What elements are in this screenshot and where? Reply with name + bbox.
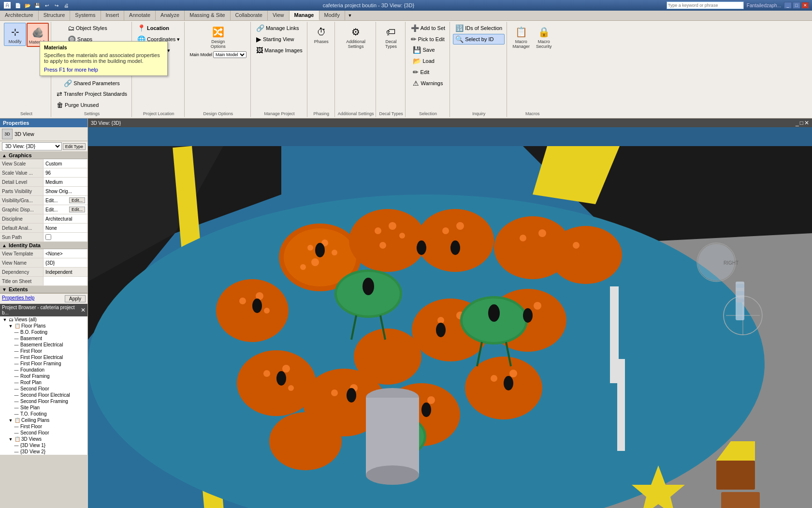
parts-visibility-value[interactable]: Show Orig... — [44, 187, 87, 195]
tab-systems[interactable]: Systems — [70, 11, 101, 20]
starting-view-btn[interactable]: ▶Starting View — [254, 34, 305, 45]
view-minimize-btn[interactable]: _ — [796, 120, 799, 126]
tree-to-footing[interactable]: —T.O. Footing — [0, 411, 87, 417]
tree-roof-framing[interactable]: —Roof Framing — [0, 373, 87, 379]
tree-basement-elec[interactable]: —Basement Electrical — [0, 342, 87, 348]
minimize-btn[interactable]: _ — [784, 2, 792, 9]
manage-links-btn[interactable]: 🔗Manage Links — [254, 23, 305, 33]
edit-sel-btn[interactable]: ✏Edit — [410, 67, 445, 77]
sun-path-value[interactable] — [44, 233, 87, 241]
discipline-value[interactable]: Architectural — [44, 214, 87, 223]
tree-ceiling-first[interactable]: —First Floor — [0, 423, 87, 430]
sun-path-checkbox[interactable] — [45, 234, 51, 240]
scale-value-value[interactable]: 96 — [44, 168, 87, 177]
additional-settings-btn[interactable]: ⚙ Additional Settings — [345, 23, 367, 51]
identity-section-header[interactable]: ▲ Identity Data — [0, 242, 87, 249]
title-on-sheet-value[interactable] — [44, 277, 87, 285]
tab-architecture[interactable]: Architecture — [0, 11, 39, 20]
svg-rect-85 — [716, 461, 755, 490]
macro-manager-btn[interactable]: 📋 Macro Manager — [510, 23, 532, 51]
view-canvas[interactable]: RIGHT — [88, 127, 812, 508]
transfer-btn[interactable]: ⇄Transfer Project Standards — [54, 89, 130, 99]
print-btn[interactable]: 🖨 — [62, 1, 71, 10]
tree-site-plan[interactable]: —Site Plan — [0, 404, 87, 411]
maximize-btn[interactable]: □ — [793, 2, 800, 9]
tree-views-all[interactable]: ▼ 🗂 Views (all) — [0, 316, 87, 323]
tree-foundation[interactable]: —Foundation — [0, 367, 87, 373]
tree-first-floor[interactable]: —First Floor — [0, 348, 87, 354]
exp14: — — [14, 412, 19, 417]
view-maximize-btn[interactable]: □ — [800, 120, 803, 126]
model-select[interactable]: Main Model — [213, 51, 246, 58]
project-browser-close[interactable]: ✕ — [81, 307, 86, 314]
edit-type-button[interactable]: Edit Type — [63, 143, 86, 150]
ids-of-selection-btn[interactable]: 🔢IDs of Selection — [453, 23, 505, 33]
visibility-label: Visibility/Gra... — [0, 196, 44, 205]
view-dropdown[interactable]: 3D View: {3D} — [2, 142, 62, 150]
detail-level-value[interactable]: Medium — [44, 178, 87, 186]
phases-btn[interactable]: ⏱ Phases — [310, 23, 333, 46]
search-input[interactable] — [667, 1, 744, 9]
tab-massing[interactable]: Massing & Site — [185, 11, 230, 20]
view-close-btn[interactable]: ✕ — [804, 120, 809, 126]
pick-to-edit-btn[interactable]: ✏Pick to Edit — [408, 34, 448, 45]
tab-modify[interactable]: Modify — [319, 11, 345, 20]
tab-view[interactable]: View — [268, 11, 290, 20]
save-btn[interactable]: 💾 — [33, 1, 42, 10]
open-btn[interactable]: 📂 — [23, 1, 32, 10]
extents-section-header[interactable]: ▼ Extents — [0, 286, 87, 293]
tab-insert[interactable]: Insert — [101, 11, 125, 20]
props-dropdown-row: 3D View: {3D} Edit Type — [0, 141, 87, 152]
add-to-set-btn[interactable]: ➕Add to Set — [408, 23, 448, 33]
tree-first-floor-framing[interactable]: —First Floor Framing — [0, 360, 87, 367]
tree-3d-view-2[interactable]: —{3D View 2} — [0, 448, 87, 455]
tree-roof-plan[interactable]: —Roof Plan — [0, 379, 87, 386]
decal-types-btn[interactable]: 🏷 Decal Types — [380, 23, 402, 51]
ribbon-expand-btn[interactable]: ▼ — [345, 11, 355, 20]
load-sel-btn[interactable]: 📂Load — [410, 56, 445, 66]
project-browser-header: Project Browser - cafeteria project b...… — [0, 304, 87, 316]
shared-params-btn[interactable]: 🔗Shared Parameters — [61, 78, 122, 89]
view-name-value[interactable]: {3D} — [44, 258, 87, 267]
svg-point-68 — [488, 304, 500, 322]
close-btn[interactable]: ✕ — [801, 2, 809, 9]
tab-annotate[interactable]: Annotate — [124, 11, 156, 20]
tab-manage[interactable]: Manage — [290, 11, 319, 20]
graphics-section-header[interactable]: ▲ Graphics — [0, 152, 87, 159]
tree-first-floor-elec[interactable]: —First Floor Electrical — [0, 354, 87, 360]
tree-3d-view-1[interactable]: —{3D View 1} — [0, 442, 87, 448]
tab-collaborate[interactable]: Collaborate — [231, 11, 268, 20]
undo-btn[interactable]: ↩ — [43, 1, 51, 10]
macro-security-btn[interactable]: 🔒 Macro Security — [533, 23, 555, 51]
tree-second-floor[interactable]: —Second Floor — [0, 386, 87, 392]
tree-second-floor-framing[interactable]: —Second Floor Framing — [0, 398, 87, 404]
tree-second-floor-elec[interactable]: —Second Floor Electrical — [0, 392, 87, 398]
select-by-id-btn[interactable]: 🔍Select by ID — [453, 34, 505, 45]
redo-btn[interactable]: ↪ — [52, 1, 61, 10]
apply-button[interactable]: Apply — [65, 295, 86, 302]
tree-3d-views[interactable]: ▼ 📋 3D Views — [0, 436, 87, 442]
default-anal-value[interactable]: None — [44, 224, 87, 232]
new-btn[interactable]: 📄 — [14, 1, 22, 10]
tab-analyze[interactable]: Analyze — [156, 11, 185, 20]
manage-images-btn[interactable]: 🖼Manage Images — [254, 45, 305, 56]
visibility-edit-btn[interactable]: Edit... — [69, 197, 85, 203]
graphic-disp-edit-btn[interactable]: Edit... — [69, 207, 85, 212]
tree-ceiling-plans[interactable]: ▼ 📋 Ceiling Plans — [0, 417, 87, 423]
view-scale-value[interactable]: Custom — [44, 159, 87, 168]
design-options-btn[interactable]: 🔀 Design Options — [207, 23, 229, 51]
tree-basement[interactable]: —Basement — [0, 335, 87, 342]
tab-structure[interactable]: Structure — [39, 11, 71, 20]
modify-button[interactable]: ⊹ Modify — [4, 23, 26, 46]
properties-help-link[interactable]: Properties help — [2, 295, 34, 302]
location-btn[interactable]: 📍Location — [135, 23, 182, 33]
purge-btn[interactable]: 🗑Purge Unused — [54, 100, 130, 110]
save-sel-btn[interactable]: 💾Save — [410, 45, 445, 55]
tree-bo-footing[interactable]: —B.O. Footing — [0, 329, 87, 335]
tree-floor-plans[interactable]: ▼ 📋 Floor Plans — [0, 323, 87, 329]
view-template-value[interactable]: <None> — [44, 249, 87, 258]
warnings-btn[interactable]: ⚠Warnings — [410, 78, 445, 89]
object-styles-btn[interactable]: 🗂Object Styles — [65, 23, 118, 33]
tree-ceiling-second[interactable]: —Second Floor — [0, 430, 87, 436]
first-floor-framing-label: First Floor Framing — [20, 361, 61, 366]
